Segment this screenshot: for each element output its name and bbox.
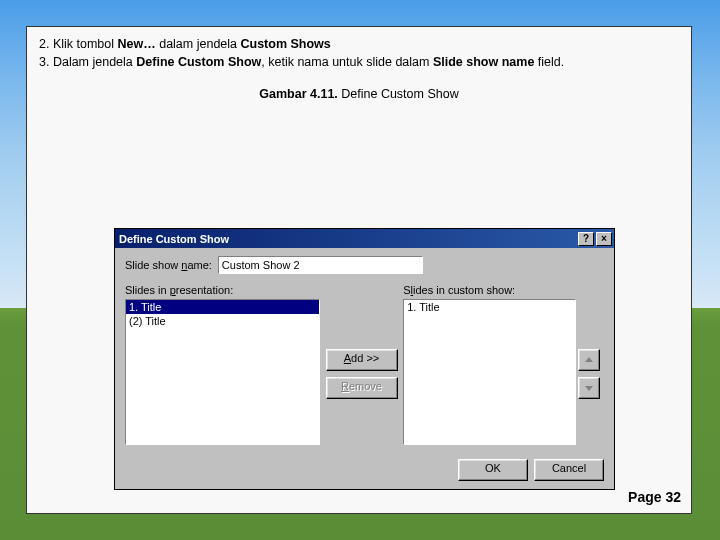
reorder-buttons-column <box>578 284 604 445</box>
presentation-slides-column: Slides in presentation: 1. Title (2) Tit… <box>125 284 320 445</box>
text: 2. Klik tombol <box>39 37 118 51</box>
text-bold: Slide show name <box>433 55 534 69</box>
list-item[interactable]: 1. Title <box>126 300 319 314</box>
list-item[interactable]: (2) Title <box>126 314 319 328</box>
slide-show-name-label: Slide show name: <box>125 259 212 271</box>
dialog-title: Define Custom Show <box>119 233 576 245</box>
dialog-columns: Slides in presentation: 1. Title (2) Tit… <box>125 284 604 445</box>
list-item[interactable]: 1. Title <box>404 300 575 314</box>
presentation-slides-listbox[interactable]: 1. Title (2) Title <box>125 299 320 445</box>
text-bold: New… <box>118 37 156 51</box>
cancel-button[interactable]: Cancel <box>534 459 604 481</box>
dialog-body: Slide show name: Slides in presentation:… <box>115 248 614 489</box>
close-button[interactable]: × <box>596 232 612 246</box>
caption-number: Gambar 4.11. <box>259 87 338 101</box>
instruction-step-3: 3. Dalam jendela Define Custom Show, ket… <box>39 55 679 69</box>
define-custom-show-dialog: Define Custom Show ? × Slide show name: … <box>114 228 615 490</box>
add-button[interactable]: Add >> <box>326 349 398 371</box>
move-down-button[interactable] <box>578 377 600 399</box>
text-bold: Define Custom Show <box>136 55 261 69</box>
instruction-step-2: 2. Klik tombol New… dalam jendela Custom… <box>39 37 679 51</box>
move-up-button[interactable] <box>578 349 600 371</box>
text-bold: Custom Shows <box>241 37 331 51</box>
ok-button[interactable]: OK <box>458 459 528 481</box>
slide-show-name-row: Slide show name: <box>125 256 604 274</box>
remove-button[interactable]: Remove <box>326 377 398 399</box>
caption-text: Define Custom Show <box>338 87 459 101</box>
arrow-up-icon <box>584 355 594 365</box>
slide-show-name-input[interactable] <box>218 256 423 274</box>
custom-show-slides-column: Slides in custom show: 1. Title <box>403 284 576 445</box>
custom-show-slides-listbox[interactable]: 1. Title <box>403 299 576 445</box>
dialog-action-row: OK Cancel <box>458 459 604 481</box>
arrow-down-icon <box>584 383 594 393</box>
text: dalam jendela <box>156 37 241 51</box>
text: 3. Dalam jendela <box>39 55 136 69</box>
close-icon: × <box>601 233 607 244</box>
middle-buttons-column: Add >> Remove <box>320 284 403 445</box>
custom-show-slides-label: Slides in custom show: <box>403 284 576 296</box>
presentation-slides-label: Slides in presentation: <box>125 284 320 296</box>
page-number: Page 32 <box>628 489 681 505</box>
dialog-titlebar[interactable]: Define Custom Show ? × <box>115 229 614 248</box>
text: , ketik nama untuk slide dalam <box>261 55 433 69</box>
figure-caption: Gambar 4.11. Define Custom Show <box>39 87 679 101</box>
question-icon: ? <box>583 233 589 244</box>
help-button[interactable]: ? <box>578 232 594 246</box>
text: field. <box>534 55 564 69</box>
